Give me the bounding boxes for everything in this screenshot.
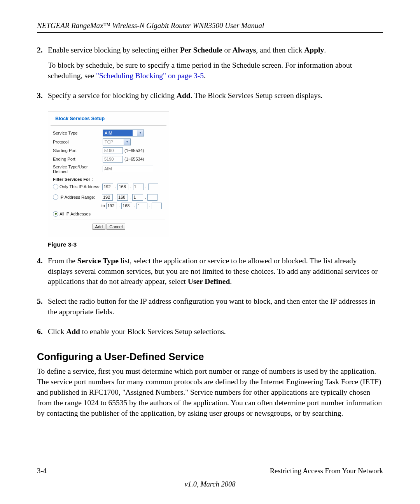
- select-value: AIM: [103, 130, 133, 136]
- radio-only-this-ip[interactable]: [53, 184, 58, 189]
- text: .: [324, 46, 326, 54]
- text-bold: User Defined: [188, 277, 230, 285]
- text: , and then click: [256, 46, 304, 54]
- text-bold: Always: [233, 46, 256, 54]
- text: . The Block Services Setup screen displa…: [191, 91, 323, 100]
- text-bold: Service Type: [77, 257, 119, 265]
- label-protocol: Protocol: [53, 140, 103, 144]
- ip-octet-input[interactable]: 168: [117, 184, 128, 190]
- ip-octet-input[interactable]: 168: [121, 203, 132, 209]
- text: Click: [48, 327, 66, 336]
- user-defined-input[interactable]: AIM: [103, 166, 153, 172]
- filter-services-label: Filter Services For :: [53, 177, 165, 182]
- add-button[interactable]: Add: [93, 224, 106, 230]
- text: Enable service blocking by selecting eit…: [48, 46, 180, 54]
- section-paragraph: To define a service, first you must dete…: [37, 366, 383, 419]
- text: or: [222, 46, 233, 54]
- radio-label: IP Address Range:: [60, 195, 100, 200]
- to-label: to: [58, 203, 105, 208]
- text: .: [204, 72, 206, 80]
- text: to enable your Block Services Setup sele…: [80, 327, 226, 336]
- cancel-button[interactable]: Cancel: [107, 224, 125, 230]
- radio-ip-range[interactable]: [53, 194, 58, 200]
- ip-octet-input[interactable]: [148, 184, 158, 190]
- text-bold: Apply: [304, 46, 324, 54]
- label-starting-port: Starting Port: [53, 148, 103, 153]
- radio-all-ip[interactable]: [53, 211, 58, 217]
- ip-octet-input[interactable]: 192: [102, 184, 113, 190]
- text-bold: Per Schedule: [180, 46, 222, 54]
- step-number: 6.: [37, 327, 48, 342]
- chevron-down-icon: ▾: [137, 130, 144, 136]
- starting-port-input[interactable]: 5190: [103, 147, 123, 154]
- step-2: 2. Enable service blocking by selecting …: [37, 45, 383, 86]
- doc-version: v1.0, March 2008: [37, 480, 383, 488]
- radio-label: All IP Addresses: [60, 212, 91, 216]
- page-header: NETGEAR RangeMax™ Wireless-N Gigabit Rou…: [37, 21, 383, 33]
- step-4: 4. From the Service Type list, select th…: [37, 256, 383, 292]
- figure-caption: Figure 3-3: [48, 241, 383, 248]
- page-footer: 3-4 Restricting Access From Your Network…: [37, 465, 383, 488]
- section-heading: Configuring a User-Defined Service: [37, 351, 383, 362]
- chevron-down-icon: ▾: [124, 139, 130, 145]
- ip-octet-input[interactable]: 192: [102, 194, 113, 201]
- ip-octet-input[interactable]: 1: [133, 184, 144, 190]
- port-range-hint: (1~65534): [124, 157, 144, 161]
- step-number: 5.: [37, 296, 48, 322]
- step-number: 2.: [37, 45, 48, 86]
- text: Select the radio button for the IP addre…: [48, 296, 383, 317]
- ip-octet-input[interactable]: 192: [106, 203, 117, 209]
- chapter-title: Restricting Access From Your Network: [270, 467, 383, 475]
- radio-label: Only This IP Address:: [60, 184, 100, 189]
- step-number: 3.: [37, 91, 48, 106]
- step-3: 3. Specify a service for blocking by cli…: [37, 91, 383, 106]
- page-number: 3-4: [37, 467, 47, 475]
- ip-octet-input[interactable]: 168: [117, 194, 128, 201]
- label-user-defined: Service Type/User Defined: [53, 164, 103, 174]
- block-services-setup-panel: Block Services Setup Service Type AIM ▾ …: [48, 112, 169, 237]
- ip-octet-input[interactable]: 1: [132, 194, 143, 201]
- ending-port-input[interactable]: 5190: [103, 156, 123, 163]
- select-value: TCP: [103, 139, 121, 145]
- step-5: 5. Select the radio button for the IP ad…: [37, 296, 383, 322]
- ip-octet-input[interactable]: [152, 203, 162, 209]
- step-6: 6. Click Add to enable your Block Servic…: [37, 327, 383, 342]
- service-type-select[interactable]: AIM ▾: [103, 130, 144, 136]
- ip-octet-input[interactable]: 1: [136, 203, 147, 209]
- protocol-select[interactable]: TCP ▾: [103, 138, 131, 145]
- text: From the: [48, 257, 77, 265]
- panel-title: Block Services Setup: [51, 112, 166, 126]
- port-range-hint: (1~65534): [124, 148, 144, 153]
- label-service-type: Service Type: [53, 131, 103, 135]
- text-bold: Add: [177, 91, 191, 100]
- ip-octet-input[interactable]: [147, 194, 158, 201]
- text: Specify a service for blocking by clicki…: [48, 91, 177, 100]
- text-bold: Add: [66, 327, 80, 336]
- label-ending-port: Ending Port: [53, 157, 103, 161]
- step-number: 4.: [37, 256, 48, 292]
- text: .: [230, 277, 232, 285]
- xref-link[interactable]: "Scheduling Blocking" on page 3-5: [96, 72, 204, 80]
